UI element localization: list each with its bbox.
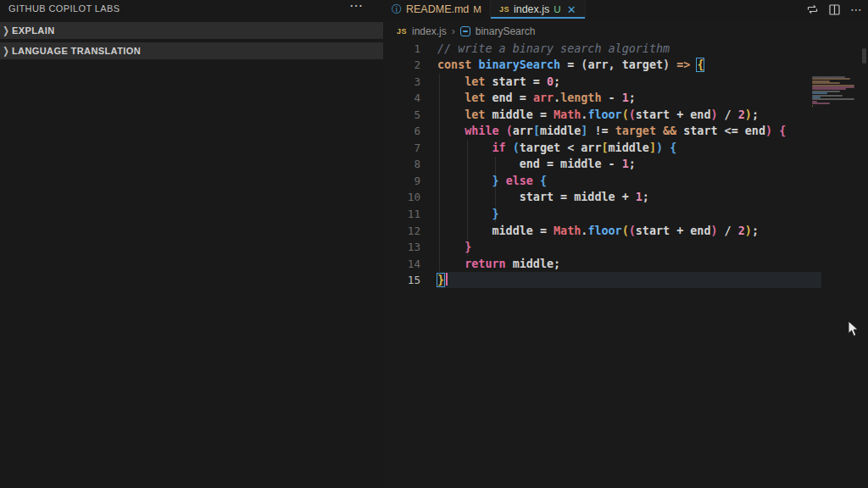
line-number: 12 bbox=[387, 223, 420, 240]
editor-tab-bar: ⓘ README.md M JS index.js U ✕ bbox=[383, 0, 868, 19]
symbol-variable-icon bbox=[460, 26, 470, 36]
code-editor[interactable]: 123456789101112131415 // write a binary … bbox=[383, 39, 868, 488]
minimap-line bbox=[812, 98, 854, 100]
line-number: 7 bbox=[387, 140, 420, 157]
sidebar-title: GITHUB COPILOT LABS bbox=[8, 3, 120, 14]
editor-actions: ⋯ bbox=[806, 0, 863, 19]
minimap-line bbox=[812, 92, 827, 94]
code-line[interactable]: let end = arr.length - 1; bbox=[437, 90, 636, 107]
tab-filename: README.md bbox=[406, 3, 469, 15]
breadcrumb: JS index.js › binarySearch bbox=[397, 24, 535, 39]
split-editor-icon[interactable] bbox=[829, 4, 840, 15]
line-number: 2 bbox=[387, 57, 420, 74]
line-number: 14 bbox=[387, 256, 420, 273]
more-actions-icon[interactable]: ⋯ bbox=[850, 3, 863, 16]
chevron-right-icon: ❯ bbox=[0, 46, 12, 57]
minimap-line bbox=[812, 103, 830, 104]
code-line[interactable]: end = middle - 1; bbox=[437, 156, 636, 173]
sidebar-header: GITHUB COPILOT LABS ⋯ bbox=[0, 0, 383, 20]
scrollbar-thumb[interactable] bbox=[862, 48, 866, 64]
code-line[interactable]: middle = Math.floor((start + end) / 2); bbox=[437, 223, 759, 240]
minimap[interactable] bbox=[812, 76, 856, 110]
section-label: EXPLAIN bbox=[12, 25, 54, 36]
sidebar-more-actions-icon[interactable]: ⋯ bbox=[349, 0, 364, 14]
js-icon: JS bbox=[499, 5, 509, 14]
close-icon[interactable]: ✕ bbox=[567, 3, 576, 16]
tab-filename: index.js bbox=[514, 3, 549, 15]
line-number: 8 bbox=[387, 156, 420, 173]
mouse-cursor bbox=[848, 320, 860, 337]
open-changes-icon[interactable] bbox=[806, 3, 819, 15]
tab-readme[interactable]: ⓘ README.md M bbox=[383, 0, 491, 19]
chevron-right-icon: ❯ bbox=[0, 25, 12, 36]
code-line[interactable]: } bbox=[437, 272, 448, 289]
code-line[interactable]: let start = 0; bbox=[437, 74, 560, 91]
git-modified-badge: M bbox=[473, 4, 481, 14]
code-line[interactable]: start = middle + 1; bbox=[437, 189, 649, 206]
line-number: 5 bbox=[387, 107, 420, 124]
line-number: 15 bbox=[387, 272, 420, 289]
line-number: 3 bbox=[387, 74, 420, 91]
line-number: 9 bbox=[387, 173, 420, 190]
code-line[interactable]: if (target < arr[middle]) { bbox=[437, 140, 676, 157]
section-label: LANGUAGE TRANSLATION bbox=[12, 46, 141, 56]
code-line[interactable]: const binarySearch = (arr, target) => { bbox=[437, 57, 704, 74]
git-untracked-badge: U bbox=[554, 4, 560, 14]
code-line[interactable]: return middle; bbox=[437, 256, 560, 273]
breadcrumb-symbol[interactable]: binarySearch bbox=[476, 25, 536, 37]
vscode-window: GITHUB COPILOT LABS ⋯ ❯ EXPLAIN ❯ LANGUA… bbox=[0, 0, 868, 488]
line-number: 11 bbox=[387, 206, 420, 223]
code-line[interactable]: } bbox=[437, 206, 499, 223]
text-caret bbox=[446, 273, 448, 286]
copilot-labs-sidebar: GITHUB COPILOT LABS ⋯ ❯ EXPLAIN ❯ LANGUA… bbox=[0, 0, 383, 488]
breadcrumb-file[interactable]: index.js bbox=[412, 25, 447, 37]
minimap-line bbox=[812, 105, 813, 107]
info-icon: ⓘ bbox=[392, 4, 402, 14]
line-number: 10 bbox=[387, 189, 420, 206]
minimap-line bbox=[812, 82, 840, 84]
js-icon: JS bbox=[397, 27, 407, 36]
active-tab-underline bbox=[491, 17, 585, 19]
sidebar-section-language-translation[interactable]: ❯ LANGUAGE TRANSLATION bbox=[0, 42, 383, 59]
line-number: 6 bbox=[387, 123, 420, 140]
tab-indexjs[interactable]: JS index.js U ✕ bbox=[491, 0, 586, 19]
sidebar-section-explain[interactable]: ❯ EXPLAIN bbox=[0, 22, 383, 39]
line-number: 4 bbox=[387, 90, 420, 107]
line-number: 13 bbox=[387, 239, 420, 256]
code-line[interactable]: let middle = Math.floor((start + end) / … bbox=[437, 107, 759, 124]
code-line[interactable]: } else { bbox=[437, 173, 547, 190]
line-number: 1 bbox=[387, 41, 420, 58]
breadcrumb-separator: › bbox=[452, 25, 455, 37]
code-line[interactable]: } bbox=[437, 239, 471, 256]
code-line[interactable]: // write a binary search algorithm bbox=[437, 41, 670, 58]
current-line-highlight bbox=[442, 272, 821, 288]
code-line[interactable]: while (arr[middle] != target && start <=… bbox=[437, 123, 786, 140]
